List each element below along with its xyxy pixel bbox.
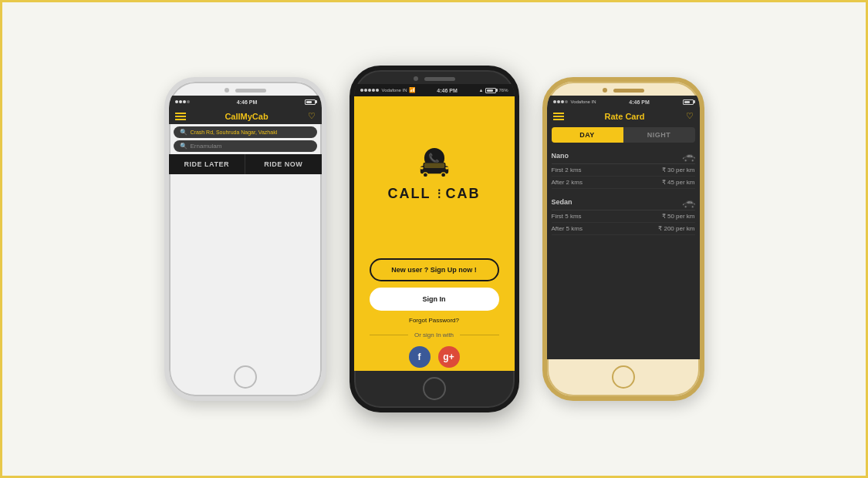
battery-area-center: ▲ 76% (479, 88, 508, 93)
svg-rect-6 (424, 163, 444, 168)
search-icon-2: 🔍 (180, 143, 187, 150)
app-dash: ⋮ (434, 187, 444, 200)
phone-bottom-center (354, 371, 515, 408)
carrier-name: Vodafone IN (382, 88, 407, 93)
sedan-car-icon: 🚗 (682, 196, 695, 208)
search-text-2: Ernamulam (191, 143, 222, 150)
svg-text:📞: 📞 (428, 152, 440, 163)
map-footer: RIDE LATER RIDE NOW (169, 154, 322, 174)
forgot-pwd-link[interactable]: Forgot Password? (370, 317, 499, 324)
sedan-label-2: After 5 kms (552, 225, 583, 232)
status-bar-right: Vodafone IN 4:46 PM (547, 96, 700, 108)
hamburger-icon[interactable] (175, 113, 186, 120)
nano-title: Nano (552, 152, 569, 160)
svg-rect-8 (420, 167, 423, 169)
heart-icon-right[interactable]: ♡ (686, 111, 694, 121)
nano-label-2: After 2 kms (552, 179, 583, 186)
app-name-call: CALL (388, 186, 431, 202)
svg-rect-7 (445, 167, 448, 169)
search-text-1: Crash Rd, Souhruda Nagar, Vazhakl (191, 130, 278, 135)
carrier-area: Vodafone IN 📶 (360, 87, 416, 93)
sedan-row-1: First 5 kms ₹ 50 per km (552, 210, 695, 223)
google-btn[interactable]: g+ (438, 346, 460, 368)
speaker-left (235, 89, 266, 93)
sedan-label-1: First 5 kms (552, 213, 582, 220)
svg-point-5 (441, 172, 445, 176)
camera-center (414, 76, 418, 81)
nano-car-icon: 🚗 (682, 150, 695, 162)
map-header: CallMyCab ♡ (169, 108, 322, 124)
home-btn-center[interactable] (423, 377, 446, 400)
map-app-title: CallMyCab (225, 112, 268, 121)
phone-right: Vodafone IN 4:46 PM Rate C (542, 77, 704, 401)
sedan-value-2: ₹ 200 per km (658, 225, 694, 232)
search-bar-1[interactable]: 🔍 Crash Rd, Souhruda Nagar, Vazhakl (174, 126, 317, 138)
signal-left (175, 100, 190, 103)
rate-card-title: Rate Card (605, 112, 645, 121)
sedan-value-1: ₹ 50 per km (662, 213, 695, 220)
rate-app: Rate Card ♡ DAY NIGHT Nano 🚗 Firs (547, 108, 700, 359)
home-btn-left[interactable] (234, 365, 257, 389)
phone-top-left (169, 82, 322, 96)
signal-center (360, 89, 379, 92)
facebook-btn[interactable]: f (409, 346, 431, 368)
phone-bottom-right (547, 359, 700, 396)
search-icon-1: 🔍 (180, 129, 187, 136)
camera-right (603, 88, 607, 93)
or-text: Or sign In with (414, 332, 454, 338)
status-bar-center: Vodafone IN 📶 4:46 PM ▲ 76% (354, 84, 515, 96)
phone-left: 4:46 PM CallMyCab ♡ 🔍 (164, 77, 326, 401)
sedan-section-header: Sedan 🚗 (552, 192, 695, 210)
day-night-tabs: DAY NIGHT (552, 127, 695, 143)
login-app: 📞 (354, 96, 515, 371)
day-tab[interactable]: DAY (552, 127, 623, 143)
login-logo-area: 📞 (354, 96, 515, 251)
phone-top-right (547, 82, 700, 96)
rate-list: Nano 🚗 First 2 kms ₹ 30 per km After 2 k… (547, 146, 700, 359)
wifi-icon: 📶 (409, 87, 416, 93)
battery-area-left (305, 99, 316, 105)
battery-pct-center: 76% (498, 88, 508, 93)
phone-center: Vodafone IN 📶 4:46 PM ▲ 76% (350, 66, 519, 412)
time-left: 4:46 PM (237, 99, 257, 105)
ride-later-btn[interactable]: RIDE LATER (169, 154, 246, 174)
sedan-title: Sedan (552, 198, 572, 206)
signin-btn[interactable]: Sign In (370, 288, 499, 311)
phone-bottom-left (169, 359, 322, 396)
search-bar-2[interactable]: 🔍 Ernamulam (174, 140, 317, 152)
carrier-area-right: Vodafone IN (553, 99, 596, 104)
time-center: 4:46 PM (437, 88, 457, 93)
sedan-row-2: After 5 kms ₹ 200 per km (552, 223, 695, 235)
nano-row-2: After 2 kms ₹ 45 per km (552, 177, 695, 189)
battery-center (485, 88, 496, 93)
nano-value-2: ₹ 45 per km (662, 179, 695, 186)
signal-right (553, 100, 568, 103)
time-right: 4:46 PM (629, 99, 649, 105)
camera-left (225, 88, 229, 93)
signup-btn[interactable]: New user ? Sign Up now ! (370, 258, 499, 281)
app-name-cab: CAB (446, 186, 481, 202)
night-tab[interactable]: NIGHT (623, 127, 695, 143)
screen-right: Vodafone IN 4:46 PM Rate C (547, 96, 700, 359)
login-form-area: New user ? Sign Up now ! Sign In Forgot … (354, 251, 515, 371)
screen-center: Vodafone IN 📶 4:46 PM ▲ 76% (354, 84, 515, 371)
cab-svg: 📞 (411, 146, 458, 177)
divider: Or sign In with (370, 332, 499, 338)
cab-logo: 📞 (411, 146, 458, 180)
status-bar-left: 4:46 PM (169, 96, 322, 108)
screen-left: 4:46 PM CallMyCab ♡ 🔍 (169, 96, 322, 359)
gps-icon: ▲ (479, 88, 484, 93)
nano-label-1: First 2 kms (552, 167, 582, 173)
svg-point-4 (423, 172, 427, 176)
phones-container: 4:46 PM CallMyCab ♡ 🔍 (149, 50, 720, 428)
hamburger-icon-right[interactable] (553, 113, 564, 120)
rate-header: Rate Card ♡ (547, 108, 700, 124)
nano-row-1: First 2 kms ₹ 30 per km (552, 164, 695, 177)
home-btn-right[interactable] (612, 365, 635, 389)
speaker-center (424, 77, 455, 81)
nano-value-1: ₹ 30 per km (662, 167, 695, 173)
ride-now-btn[interactable]: RIDE NOW (245, 154, 322, 174)
heart-icon-left[interactable]: ♡ (308, 111, 316, 121)
carrier-right: Vodafone IN (571, 99, 596, 104)
speaker-right (613, 89, 644, 93)
